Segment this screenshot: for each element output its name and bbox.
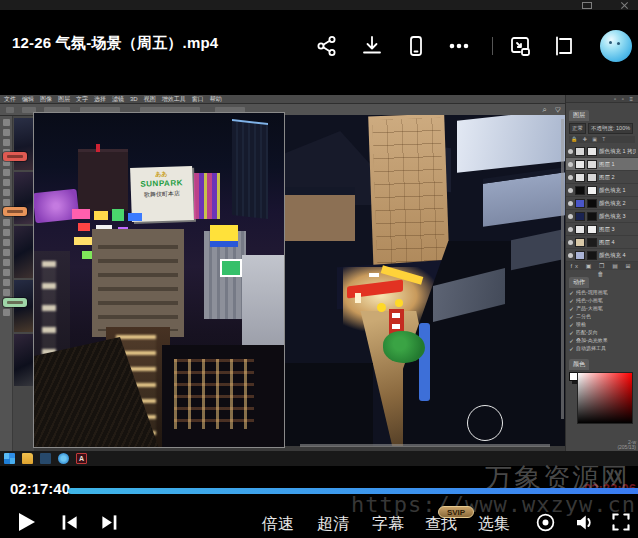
photoshop-right-panels: ▫ ▫ ≡ 图层 正常 不透明度: 100% 🔒 ✚ ▣ T 颜色填充 1 拷贝 (565, 95, 638, 451)
ps-search-workspace-icons: ⌕ ♡ (542, 105, 564, 115)
action-row: ✓ 纯色-小画笔 (566, 296, 638, 304)
action-check-icon: ✓ (569, 305, 574, 312)
layer-name: 颜色填充 4 (599, 252, 626, 259)
blend-mode-select: 正常 (569, 123, 586, 134)
reference-thumbnails-column (13, 116, 34, 451)
file-explorer-icon (22, 453, 33, 464)
app-window-icon (40, 453, 51, 464)
windows-start-icon (4, 453, 15, 464)
layer-thumbnail (575, 225, 585, 234)
photo-beige-building (92, 229, 184, 337)
layer-thumbnail (575, 160, 585, 169)
layer-row: 颜色填充 2 (566, 197, 638, 210)
layer-row: 颜色填充 1 拷贝 (566, 145, 638, 158)
menu-item: 图像 (40, 96, 52, 102)
menu-item: 文件 (4, 96, 16, 102)
action-check-icon: ✓ (569, 289, 574, 296)
photoshop-menubar: 文件编辑图像图层文字选择滤镜3D视图增效工具窗口帮助 (0, 95, 638, 104)
maximize-icon[interactable] (582, 2, 592, 9)
volume-icon[interactable] (573, 512, 595, 533)
phone-mirror-icon[interactable] (404, 34, 428, 58)
action-row: ✓ 叠加-高光效果 (566, 336, 638, 344)
photoshop-taskbar-icon: A (76, 453, 87, 464)
action-row: ✓ 自动选择工具 (566, 344, 638, 352)
progress-bar[interactable] (68, 488, 638, 494)
painting-lantern (395, 299, 403, 307)
action-name: 自动选择工具 (576, 345, 606, 351)
reference-thumbnail (14, 172, 33, 224)
episodes-button[interactable]: 选集 (478, 514, 510, 535)
reference-thumbnail (14, 334, 33, 386)
layer-mask-thumbnail (587, 147, 597, 156)
saturation-brightness-square (577, 372, 633, 424)
action-row: ✓ 纯色-现用画笔 (566, 288, 638, 296)
menu-item: 帮助 (210, 96, 222, 102)
action-row: ✓ 匹配-反向 (566, 328, 638, 336)
float-window-icon[interactable] (552, 34, 576, 58)
layer-name: 图层 1 (599, 161, 615, 168)
photo-white-building (242, 255, 285, 351)
more-icon[interactable] (447, 34, 471, 58)
recording-status-text: 2-w(205/13) (617, 440, 636, 450)
color-tab: 颜色 (569, 359, 589, 370)
painting-light (369, 273, 379, 277)
layer-visibility-icon (568, 162, 573, 167)
action-row: ✓ 产品-大画笔 (566, 304, 638, 312)
painting-lantern (377, 303, 386, 312)
layer-thumbnail (575, 147, 585, 156)
download-icon[interactable] (360, 34, 384, 58)
layer-row: 图层 2 (566, 171, 638, 184)
color-panel (569, 372, 635, 424)
play-button[interactable] (14, 510, 38, 534)
layer-mask-thumbnail (587, 160, 597, 169)
messenger-icon (58, 453, 69, 464)
layer-mask-thumbnail (587, 199, 597, 208)
layer-visibility-icon (568, 227, 573, 232)
painting-canvas (285, 115, 565, 446)
layer-name: 图层 4 (599, 239, 615, 246)
header-divider (492, 37, 493, 55)
lock-row: 🔒 ✚ ▣ T (569, 136, 635, 143)
menu-item: 图层 (58, 96, 70, 102)
layer-row: 图层 4 (566, 236, 638, 249)
menu-item: 窗口 (192, 96, 204, 102)
marker-pill (3, 152, 27, 161)
layers-tab: 图层 (569, 110, 589, 121)
quality-button[interactable]: 超清 (317, 514, 349, 535)
record-icon[interactable] (535, 512, 556, 533)
next-button[interactable] (100, 513, 119, 532)
layer-visibility-icon (568, 240, 573, 245)
action-row: ✓ 二分色 (566, 312, 638, 320)
painting-light (355, 293, 361, 303)
action-check-icon: ✓ (569, 345, 574, 352)
menu-item: 选择 (94, 96, 106, 102)
pip-icon[interactable] (508, 34, 532, 58)
opacity-field: 不透明度: 100% (588, 123, 633, 134)
share-icon[interactable] (315, 34, 339, 58)
video-frame[interactable]: 文件编辑图像图层文字选择滤镜3D视图增效工具窗口帮助 ⌕ ♡ ああ (0, 95, 638, 466)
close-icon[interactable] (620, 2, 630, 9)
fullscreen-icon[interactable] (611, 512, 631, 532)
layer-mask-thumbnail (587, 212, 597, 221)
painting-blue-sign (419, 323, 430, 401)
menu-item: 文字 (76, 96, 88, 102)
layer-thumbnail (575, 186, 585, 195)
reference-photo-night-city: ああ SUNPARK 歌舞伎町本店 (33, 112, 285, 448)
svip-badge: SVIP (438, 506, 474, 518)
photo-neon-banners (194, 173, 220, 219)
layer-name: 颜色填充 1 拷贝 (599, 148, 636, 155)
video-player-window: 12-26 气氛-场景（周五）.mp4 文件编辑图像图层文字选择滤镜3D视图增效… (0, 0, 638, 538)
layer-mask-thumbnail (587, 225, 597, 234)
layer-row: 图层 1 (566, 158, 638, 171)
current-time: 02:17:40 (10, 480, 70, 497)
canvas-vertical-scrollbar (561, 119, 564, 419)
action-name: 纯色-现用画笔 (576, 289, 608, 295)
subtitles-button[interactable]: 字幕 (372, 514, 404, 535)
player-controls: 倍速 超清 字幕 查找 选集 SVIP (0, 505, 638, 538)
menu-item: 滤镜 (112, 96, 124, 102)
user-avatar[interactable] (600, 30, 632, 62)
previous-button[interactable] (60, 513, 79, 532)
layer-visibility-icon (568, 188, 573, 193)
speed-button[interactable]: 倍速 (262, 514, 294, 535)
layer-thumbnail (575, 238, 585, 247)
